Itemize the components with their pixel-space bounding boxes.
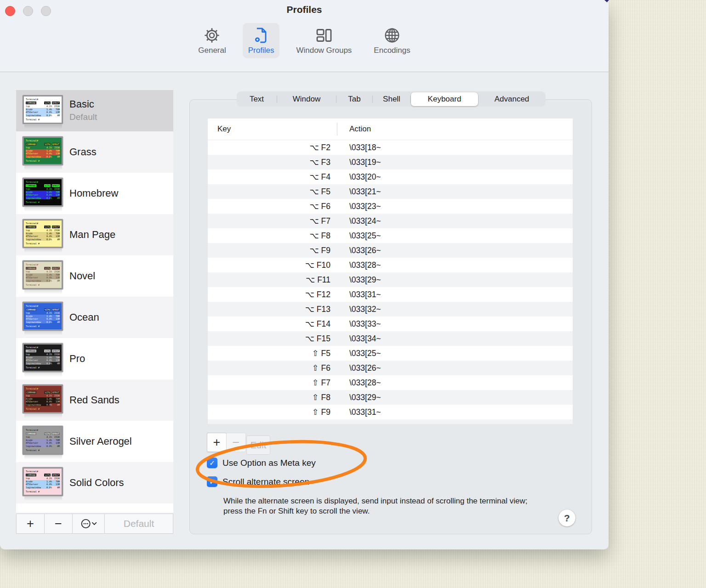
tab-advanced[interactable]: Advanced: [478, 91, 546, 107]
key-mapping-row[interactable]: ⌥ F14\033[33~: [208, 317, 573, 331]
profile-name: Pro: [69, 353, 85, 365]
tab-tab[interactable]: Tab: [336, 91, 372, 107]
profile-more-menu-button[interactable]: [73, 514, 105, 533]
checkbox-checked[interactable]: ✓: [207, 458, 217, 468]
key-mapping-row[interactable]: ⌥ F2\033[18~: [208, 140, 573, 155]
terminal-thumbnail-frame: Terminal#COMMAND%CPURPRVTtop4.1%231KXcod…: [23, 95, 63, 124]
edit-key-mapping-button[interactable]: Edit: [246, 435, 270, 455]
key-mapping-row[interactable]: ⇧ F8\033[29~: [208, 390, 573, 405]
thumbnail-column-chip: %CPU: [44, 432, 51, 435]
key-cell: ⌥ F13: [208, 305, 337, 314]
toolbar-item-window-groups[interactable]: Window Groups: [290, 23, 357, 58]
toolbar-item-label: Window Groups: [296, 46, 352, 55]
thumbnail-column-chip: COMMAND: [26, 474, 36, 477]
thumbnail-footer-text: Terminal #: [26, 283, 60, 287]
remove-profile-button[interactable]: −: [45, 514, 73, 533]
terminal-thumbnail-screen: Terminal#COMMAND%CPURPRVTtop4.1%231KXcod…: [24, 303, 62, 329]
key-mapping-row[interactable]: ⌥ F11\033[29~: [208, 272, 573, 287]
profile-list-item-solid-colors[interactable]: Terminal#COMMAND%CPURPRVTtop4.1%231KXcod…: [16, 462, 173, 503]
add-key-mapping-button[interactable]: +: [207, 433, 227, 452]
thumbnail-column-chip: COMMAND: [26, 432, 36, 435]
tab-shell[interactable]: Shell: [373, 91, 410, 107]
tab-keyboard[interactable]: Keyboard: [411, 92, 478, 106]
column-header-key[interactable]: Key: [208, 124, 231, 134]
thumbnail-process-row: loginwindow0.0%4M: [26, 238, 60, 241]
thumbnail-title-text: Terminal#: [26, 387, 60, 390]
thumbnail-reflection: [24, 249, 62, 253]
profile-name: Novel: [69, 270, 95, 282]
action-cell: \033[26~: [337, 246, 381, 255]
add-profile-button[interactable]: +: [17, 514, 45, 533]
remove-key-mapping-button[interactable]: −: [226, 433, 246, 452]
thumbnail-header-row: COMMAND%CPURPRVT: [26, 350, 60, 353]
key-mapping-row[interactable]: ⌥ F10\033[28~: [208, 258, 573, 272]
key-cell: ⌥ F3: [208, 158, 337, 167]
key-cell: ⇧ F6: [208, 363, 337, 373]
thumbnail-column-chip: RPRVT: [52, 184, 60, 187]
key-mapping-row[interactable]: ⌥ F3\033[19~: [208, 155, 573, 170]
key-mapping-row[interactable]: ⇧ F5\033[25~: [208, 346, 573, 361]
checkbox-checked[interactable]: ✓: [207, 476, 217, 487]
key-mapping-row[interactable]: ⌥ F4\033[20~: [208, 170, 573, 184]
key-mapping-row[interactable]: ⇧ F6\033[26~: [208, 361, 573, 375]
profile-list-item-homebrew[interactable]: Terminal#COMMAND%CPURPRVTtop4.1%231KXcod…: [16, 173, 173, 214]
globe-icon: [383, 25, 401, 45]
profile-thumbnail: Terminal#COMMAND%CPURPRVTtop4.1%231KXcod…: [23, 260, 64, 294]
key-mapping-row[interactable]: ⌥ F5\033[21~: [208, 184, 573, 199]
terminal-thumbnail-screen: Terminal#COMMAND%CPURPRVTtop4.1%231KXcod…: [24, 469, 62, 495]
action-cell: \033[28~: [337, 378, 381, 388]
profile-list-item-man-page[interactable]: Terminal#COMMAND%CPURPRVTtop4.1%231KXcod…: [16, 214, 173, 255]
key-mapping-row[interactable]: ⌥ F7\033[24~: [208, 214, 573, 228]
action-cell: \033[19~: [337, 158, 381, 167]
thumbnail-reflection: [24, 290, 62, 294]
tab-window[interactable]: Window: [277, 91, 336, 107]
toolbar-item-encodings[interactable]: Encodings: [368, 23, 416, 58]
table-header: Key Action: [208, 119, 573, 140]
thumbnail-reflection: [24, 414, 62, 418]
profile-list-item-ocean[interactable]: Terminal#COMMAND%CPURPRVTtop4.1%231KXcod…: [16, 297, 173, 338]
action-cell: \033[25~: [337, 349, 381, 358]
thumbnail-footer-text: Terminal #: [26, 118, 60, 121]
tab-text[interactable]: Text: [237, 91, 277, 107]
profile-list-item-basic[interactable]: Terminal#COMMAND%CPURPRVTtop4.1%231KXcod…: [16, 90, 173, 131]
profile-name: Silver Aerogel: [69, 435, 132, 447]
toolbar: GeneralProfilesWindow GroupsEncodings: [0, 23, 609, 58]
default-profile-button[interactable]: Default: [105, 514, 173, 533]
profile-name: Red Sands: [69, 394, 120, 406]
profile-list-item-novel[interactable]: Terminal#COMMAND%CPURPRVTtop4.1%231KXcod…: [16, 255, 173, 297]
thumbnail-header-row: COMMAND%CPURPRVT: [26, 391, 60, 394]
thumbnail-column-chip: RPRVT: [52, 308, 60, 311]
key-mapping-row[interactable]: ⌥ F6\033[23~: [208, 199, 573, 214]
toolbar-item-profiles[interactable]: Profiles: [243, 23, 280, 58]
profile-list-item-grass[interactable]: Terminal#COMMAND%CPURPRVTtop4.1%231KXcod…: [16, 131, 173, 173]
toolbar-item-general[interactable]: General: [193, 23, 231, 58]
thumbnail-column-chip: RPRVT: [52, 102, 60, 105]
thumbnail-title-text: Terminal#: [26, 181, 60, 184]
thumbnail-column-chip: RPRVT: [52, 350, 60, 353]
key-mapping-row[interactable]: ⌥ F13\033[32~: [208, 302, 573, 317]
key-mappings-table: Key Action ⌥ F2\033[18~⌥ F3\033[19~⌥ F4\…: [208, 119, 573, 424]
profile-list-item-red-sands[interactable]: Terminal#COMMAND%CPURPRVTtop4.1%231KXcod…: [16, 379, 173, 421]
key-cell: ⇧ F7: [208, 378, 337, 388]
help-button[interactable]: ?: [558, 509, 575, 526]
profile-list-item-pro[interactable]: Terminal#COMMAND%CPURPRVTtop4.1%231KXcod…: [16, 338, 173, 379]
column-header-action[interactable]: Action: [349, 124, 371, 134]
key-mapping-row[interactable]: ⌥ F9\033[26~: [208, 243, 573, 258]
key-mapping-row[interactable]: ⌥ F8\033[25~: [208, 228, 573, 243]
key-mapping-row[interactable]: ⌥ F12\033[31~: [208, 287, 573, 302]
terminal-thumbnail-frame: Terminal#COMMAND%CPURPRVTtop4.1%231KXcod…: [23, 384, 63, 413]
key-mapping-row[interactable]: ⇧ F7\033[28~: [208, 375, 573, 390]
column-divider[interactable]: [337, 123, 337, 136]
toolbar-item-label: Encodings: [374, 46, 410, 55]
key-mapping-row[interactable]: ⇧ F9\033[31~: [208, 405, 573, 419]
thumbnail-reflection: [24, 331, 62, 335]
thumbnail-column-chip: RPRVT: [52, 391, 60, 394]
key-mapping-row[interactable]: ⌥ F15\033[34~: [208, 331, 573, 346]
thumbnail-column-chip: COMMAND: [26, 267, 36, 270]
terminal-thumbnail-frame: Terminal#COMMAND%CPURPRVTtop4.1%231KXcod…: [23, 343, 63, 372]
profile-thumbnail: Terminal#COMMAND%CPURPRVTtop4.1%231KXcod…: [23, 343, 64, 377]
thumbnail-column-chip: %CPU: [44, 350, 51, 353]
profile-list-item-silver-aerogel[interactable]: Terminal#COMMAND%CPURPRVTtop4.1%231KXcod…: [16, 421, 173, 462]
key-cell: ⇧ F5: [208, 349, 337, 358]
thumbnail-footer-text: Terminal #: [26, 242, 60, 245]
